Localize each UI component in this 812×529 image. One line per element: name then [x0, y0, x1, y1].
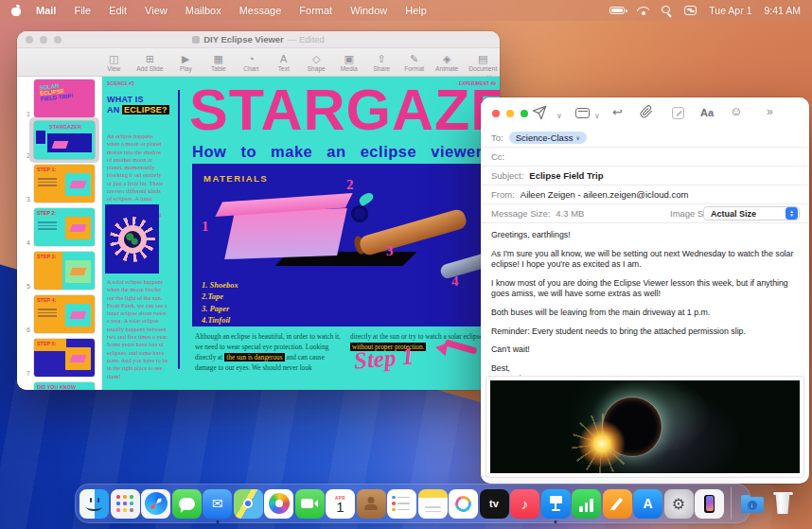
slide-thumbnail-6[interactable]: STEP 4: — [34, 295, 95, 333]
dock-launchpad[interactable] — [111, 489, 140, 519]
header-fields-icon[interactable] — [575, 108, 590, 121]
eclipse-paragraph-2[interactable]: A solar eclipse happens when the moon bl… — [107, 278, 168, 380]
close-button[interactable] — [492, 110, 500, 117]
slide-thumbnail-4[interactable]: STEP 2: — [34, 208, 95, 246]
minimize-button[interactable] — [506, 110, 514, 117]
menu-item-edit[interactable]: Edit — [109, 5, 127, 16]
control-center-icon[interactable] — [684, 6, 697, 15]
menu-item-view[interactable]: View — [145, 5, 168, 16]
dock-finder[interactable] — [79, 489, 109, 519]
slide-thumbnail-7[interactable]: STEP 5: — [34, 339, 95, 377]
dock-downloads[interactable]: ↓ — [737, 489, 767, 519]
menu-bar: Mail File Edit View Mailbox Message Form… — [0, 0, 812, 21]
send-icon[interactable] — [532, 105, 547, 123]
slide-thumbnail-1[interactable]: SOLAR ECLIPSE FIELD TRIP! — [34, 79, 95, 117]
view-icon: ◫ — [109, 53, 118, 64]
slide-thumbnail-5[interactable]: STEP 3: — [34, 252, 95, 290]
sun-illustration[interactable] — [105, 204, 159, 273]
eclipse-attachment[interactable] — [485, 376, 804, 478]
search-icon[interactable] — [662, 6, 672, 16]
menu-item-mailbox[interactable]: Mailbox — [185, 5, 221, 16]
what-is-heading[interactable]: WHAT IS AN ECLIPSE? — [107, 95, 169, 115]
apple-menu-icon[interactable] — [11, 5, 21, 16]
eclipse-diamond-ring-flare — [577, 419, 627, 468]
toolbar-play-button[interactable]: ▶Play — [172, 53, 199, 72]
emoji-icon[interactable]: ☺ — [730, 105, 742, 118]
toolbar-overflow-chevron[interactable]: » — [767, 105, 773, 118]
dock-numbers[interactable] — [572, 489, 601, 519]
battery-icon[interactable] — [609, 7, 625, 14]
menu-item-help[interactable]: Help — [405, 5, 427, 16]
science-tag[interactable]: SCIENCE #3 — [107, 81, 134, 86]
image-size-select[interactable]: Actual Size ▲▼ — [703, 206, 800, 220]
dock-notes[interactable] — [418, 489, 448, 519]
slide-canvas[interactable]: SCIENCE #3 EXPERIMENT #9 WHAT IS AN ECLI… — [102, 77, 500, 390]
warning-text-left[interactable]: Although an eclipse is beautiful, in ord… — [195, 332, 342, 374]
toolbar-animate-button[interactable]: ◈Animate — [433, 53, 460, 72]
toolbar-view-button[interactable]: ◫View — [100, 53, 127, 72]
message-body[interactable]: Greetings, earthlings! As I'm sure you a… — [491, 230, 800, 385]
slide-thumbnail-2-selected[interactable]: STARGAZER — [34, 121, 95, 159]
dock-appletv[interactable]: tv — [480, 489, 509, 519]
zoom-button[interactable] — [54, 36, 62, 44]
minimize-button[interactable] — [40, 36, 47, 44]
cc-field[interactable]: Cc: — [481, 148, 809, 167]
toolbar-chart-button[interactable]: ◔Chart — [238, 53, 264, 72]
body-paragraph: Reminder: Every student needs to bring t… — [491, 326, 800, 338]
attach-icon[interactable] — [640, 105, 653, 121]
dock-trash[interactable] — [768, 489, 798, 519]
thumb-box — [52, 141, 69, 149]
toolbar-document-button[interactable]: ▤Document — [466, 53, 500, 72]
dock-safari[interactable] — [141, 489, 170, 519]
slide-subtitle[interactable]: How to make an eclipse viewer! — [192, 143, 488, 161]
dock-settings[interactable]: ⚙ — [664, 489, 694, 519]
dock-photos[interactable] — [264, 489, 293, 519]
dock-music[interactable]: ♪ — [510, 489, 539, 519]
materials-panel[interactable]: MATERIALS 1 2 3 4 1. Shoebox 2.Tape 3. P… — [192, 164, 500, 326]
dock-messages[interactable] — [172, 489, 202, 519]
toolbar-table-button[interactable]: ▦Table — [205, 53, 232, 72]
menu-item-mail[interactable]: Mail — [36, 5, 56, 16]
format-button[interactable]: Aa — [700, 106, 714, 119]
dock-maps[interactable] — [234, 489, 263, 519]
menu-bar-date[interactable]: Tue Apr 1 — [709, 5, 751, 16]
step-1-annotation[interactable]: Step 1 — [353, 343, 415, 374]
recipient-token[interactable]: Science-Class ∨ — [509, 132, 587, 144]
dock-reminders[interactable] — [387, 489, 416, 519]
keynote-titlebar[interactable]: DIY Eclipse Viewer — Edited — [17, 31, 500, 48]
wifi-icon[interactable] — [637, 6, 649, 15]
header-fields-chevron-icon[interactable]: ∨ — [594, 110, 600, 123]
dock-appstore[interactable]: A — [633, 489, 662, 519]
menu-item-window[interactable]: Window — [350, 5, 387, 16]
dock-iphone-mirroring[interactable] — [695, 489, 724, 519]
dock-keynote[interactable] — [541, 489, 571, 519]
to-field[interactable]: To: Science-Class ∨ — [481, 129, 809, 148]
markup-icon[interactable] — [672, 107, 684, 122]
toolbar-format-button[interactable]: ✎Format — [400, 53, 427, 72]
paper-roll — [358, 208, 468, 257]
toolbar-shape-button[interactable]: ◇Shape — [303, 53, 329, 72]
undo-icon[interactable]: ↩ — [612, 106, 623, 119]
close-button[interactable] — [26, 36, 33, 44]
subject-field[interactable]: Subject: Eclipse Field Trip — [481, 167, 809, 185]
dock-facetime[interactable] — [295, 489, 325, 519]
slide-thumbnail-8[interactable]: DID YOU KNOW — [34, 382, 95, 390]
toolbar-text-button[interactable]: AText — [271, 53, 297, 72]
send-options-chevron-icon[interactable]: ∨ — [556, 110, 562, 123]
from-field[interactable]: From: Aileen Zeigen - aileen.zeigen@iclo… — [481, 185, 809, 204]
menu-bar-time[interactable]: 9:41 AM — [764, 5, 801, 16]
slide-thumbnail-3[interactable]: STEP 1: — [34, 165, 95, 203]
menu-item-file[interactable]: File — [74, 5, 91, 16]
dock-mail[interactable]: ✉ — [203, 489, 232, 519]
toolbar-share-button[interactable]: ⇧Share — [368, 53, 395, 72]
dock-freeform[interactable] — [449, 489, 478, 519]
menu-item-format[interactable]: Format — [299, 5, 332, 16]
dock-pages[interactable] — [603, 489, 632, 519]
zoom-button[interactable] — [521, 110, 528, 117]
dock-calendar[interactable]: APR1 — [326, 489, 355, 519]
toolbar-media-button[interactable]: ▣Media — [336, 53, 362, 72]
toolbar-add-slide-button[interactable]: ⊞Add Slide — [132, 53, 167, 72]
menu-item-message[interactable]: Message — [239, 5, 282, 16]
dock-contacts[interactable] — [357, 489, 386, 519]
stargazer-title[interactable]: STARGAZER — [189, 77, 500, 143]
